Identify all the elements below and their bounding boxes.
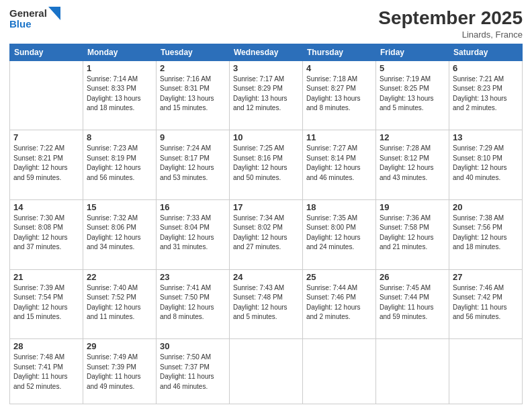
table-row: 30Sunrise: 7:50 AMSunset: 7:37 PMDayligh…: [157, 339, 230, 404]
table-row: 2Sunrise: 7:16 AMSunset: 8:31 PMDaylight…: [157, 60, 230, 130]
day-info: Sunrise: 7:14 AMSunset: 8:33 PMDaylight:…: [87, 75, 152, 113]
table-row: [230, 339, 303, 404]
day-info: Sunrise: 7:36 AMSunset: 7:58 PMDaylight:…: [380, 214, 445, 253]
day-info: Sunrise: 7:34 AMSunset: 8:02 PMDaylight:…: [233, 214, 299, 253]
day-info: Sunrise: 7:18 AMSunset: 8:27 PMDaylight:…: [306, 75, 372, 113]
col-monday: Monday: [83, 44, 157, 60]
day-number: 24: [233, 272, 299, 282]
day-number: 12: [380, 132, 445, 142]
day-number: 3: [233, 63, 299, 73]
table-row: 26Sunrise: 7:45 AMSunset: 7:44 PMDayligh…: [376, 269, 449, 339]
day-number: 29: [87, 341, 152, 351]
table-row: 6Sunrise: 7:21 AMSunset: 8:23 PMDaylight…: [449, 60, 523, 130]
day-number: 2: [160, 63, 226, 73]
day-number: 13: [453, 132, 519, 142]
col-thursday: Thursday: [303, 44, 376, 60]
day-number: 5: [380, 63, 445, 73]
page-header: General Blue September 2025 Linards, Fra…: [9, 7, 523, 40]
day-number: 15: [87, 202, 152, 212]
table-row: 27Sunrise: 7:46 AMSunset: 7:42 PMDayligh…: [449, 269, 523, 339]
table-row: 22Sunrise: 7:40 AMSunset: 7:52 PMDayligh…: [83, 269, 157, 339]
table-row: 4Sunrise: 7:18 AMSunset: 8:27 PMDaylight…: [303, 60, 376, 130]
table-row: 17Sunrise: 7:34 AMSunset: 8:02 PMDayligh…: [230, 199, 303, 269]
table-row: [376, 339, 449, 404]
day-info: Sunrise: 7:23 AMSunset: 8:19 PMDaylight:…: [87, 144, 152, 183]
day-info: Sunrise: 7:30 AMSunset: 8:08 PMDaylight:…: [13, 214, 79, 253]
col-wednesday: Wednesday: [230, 44, 303, 60]
day-number: 14: [13, 202, 79, 212]
table-row: 19Sunrise: 7:36 AMSunset: 7:58 PMDayligh…: [376, 199, 449, 269]
day-number: 25: [306, 272, 372, 282]
day-info: Sunrise: 7:44 AMSunset: 7:46 PMDaylight:…: [306, 283, 372, 322]
col-tuesday: Tuesday: [157, 44, 230, 60]
table-row: 16Sunrise: 7:33 AMSunset: 8:04 PMDayligh…: [157, 199, 230, 269]
table-row: 29Sunrise: 7:49 AMSunset: 7:39 PMDayligh…: [83, 339, 157, 404]
table-row: 5Sunrise: 7:19 AMSunset: 8:25 PMDaylight…: [376, 60, 449, 130]
table-row: 7Sunrise: 7:22 AMSunset: 8:21 PMDaylight…: [10, 130, 83, 200]
logo: General Blue: [9, 7, 60, 30]
table-row: 21Sunrise: 7:39 AMSunset: 7:54 PMDayligh…: [10, 269, 83, 339]
day-number: 20: [453, 202, 519, 212]
table-row: 11Sunrise: 7:27 AMSunset: 8:14 PMDayligh…: [303, 130, 376, 200]
day-info: Sunrise: 7:22 AMSunset: 8:21 PMDaylight:…: [13, 144, 79, 183]
day-info: Sunrise: 7:38 AMSunset: 7:56 PMDaylight:…: [453, 214, 519, 253]
day-number: 21: [13, 272, 79, 282]
day-info: Sunrise: 7:45 AMSunset: 7:44 PMDaylight:…: [380, 283, 445, 322]
day-number: 9: [160, 132, 226, 142]
table-row: 8Sunrise: 7:23 AMSunset: 8:19 PMDaylight…: [83, 130, 157, 200]
table-row: 12Sunrise: 7:28 AMSunset: 8:12 PMDayligh…: [376, 130, 449, 200]
day-info: Sunrise: 7:28 AMSunset: 8:12 PMDaylight:…: [380, 144, 445, 183]
table-row: 25Sunrise: 7:44 AMSunset: 7:46 PMDayligh…: [303, 269, 376, 339]
col-friday: Friday: [376, 44, 449, 60]
table-row: 15Sunrise: 7:32 AMSunset: 8:06 PMDayligh…: [83, 199, 157, 269]
table-row: 10Sunrise: 7:25 AMSunset: 8:16 PMDayligh…: [230, 130, 303, 200]
day-info: Sunrise: 7:24 AMSunset: 8:17 PMDaylight:…: [160, 144, 226, 183]
table-row: [10, 60, 83, 130]
day-info: Sunrise: 7:43 AMSunset: 7:48 PMDaylight:…: [233, 283, 299, 322]
col-sunday: Sunday: [10, 44, 83, 60]
day-number: 4: [306, 63, 372, 73]
day-number: 6: [453, 63, 519, 73]
calendar-table: Sunday Monday Tuesday Wednesday Thursday…: [9, 44, 523, 404]
table-row: 13Sunrise: 7:29 AMSunset: 8:10 PMDayligh…: [449, 130, 523, 200]
table-row: [303, 339, 376, 404]
table-row: 23Sunrise: 7:41 AMSunset: 7:50 PMDayligh…: [157, 269, 230, 339]
day-info: Sunrise: 7:17 AMSunset: 8:29 PMDaylight:…: [233, 75, 299, 113]
day-info: Sunrise: 7:35 AMSunset: 8:00 PMDaylight:…: [306, 214, 372, 253]
table-row: 24Sunrise: 7:43 AMSunset: 7:48 PMDayligh…: [230, 269, 303, 339]
day-number: 17: [233, 202, 299, 212]
day-number: 10: [233, 132, 299, 142]
day-number: 22: [87, 272, 152, 282]
table-row: 9Sunrise: 7:24 AMSunset: 8:17 PMDaylight…: [157, 130, 230, 200]
day-info: Sunrise: 7:46 AMSunset: 7:42 PMDaylight:…: [453, 283, 519, 322]
title-block: September 2025 Linards, France: [378, 7, 523, 40]
day-number: 30: [160, 341, 226, 351]
day-number: 18: [306, 202, 372, 212]
day-info: Sunrise: 7:33 AMSunset: 8:04 PMDaylight:…: [160, 214, 226, 253]
table-row: 3Sunrise: 7:17 AMSunset: 8:29 PMDaylight…: [230, 60, 303, 130]
day-info: Sunrise: 7:29 AMSunset: 8:10 PMDaylight:…: [453, 144, 519, 183]
day-number: 19: [380, 202, 445, 212]
main-title: September 2025: [378, 7, 523, 30]
day-number: 11: [306, 132, 372, 142]
day-number: 7: [13, 132, 79, 142]
day-info: Sunrise: 7:19 AMSunset: 8:25 PMDaylight:…: [380, 75, 445, 113]
table-row: 18Sunrise: 7:35 AMSunset: 8:00 PMDayligh…: [303, 199, 376, 269]
day-info: Sunrise: 7:39 AMSunset: 7:54 PMDaylight:…: [13, 283, 79, 322]
day-info: Sunrise: 7:16 AMSunset: 8:31 PMDaylight:…: [160, 75, 226, 113]
day-info: Sunrise: 7:48 AMSunset: 7:41 PMDaylight:…: [13, 353, 79, 392]
day-info: Sunrise: 7:25 AMSunset: 8:16 PMDaylight:…: [233, 144, 299, 183]
table-row: [449, 339, 523, 404]
table-row: 14Sunrise: 7:30 AMSunset: 8:08 PMDayligh…: [10, 199, 83, 269]
table-row: 1Sunrise: 7:14 AMSunset: 8:33 PMDaylight…: [83, 60, 157, 130]
day-number: 16: [160, 202, 226, 212]
day-number: 26: [380, 272, 445, 282]
day-number: 28: [13, 341, 79, 351]
header-row: Sunday Monday Tuesday Wednesday Thursday…: [10, 44, 523, 60]
day-number: 23: [160, 272, 226, 282]
svg-marker-0: [48, 7, 60, 20]
day-info: Sunrise: 7:40 AMSunset: 7:52 PMDaylight:…: [87, 283, 152, 322]
table-row: 20Sunrise: 7:38 AMSunset: 7:56 PMDayligh…: [449, 199, 523, 269]
subtitle: Linards, France: [378, 30, 523, 40]
day-info: Sunrise: 7:21 AMSunset: 8:23 PMDaylight:…: [453, 75, 519, 113]
